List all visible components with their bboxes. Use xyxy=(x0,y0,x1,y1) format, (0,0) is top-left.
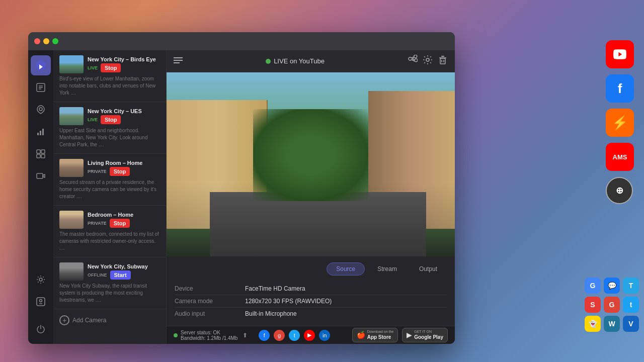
svg-point-19 xyxy=(40,300,42,302)
svg-rect-8 xyxy=(40,131,41,135)
close-button[interactable] xyxy=(34,38,40,44)
sidebar-analytics-icon[interactable] xyxy=(31,122,51,142)
settings-button[interactable] xyxy=(423,55,433,67)
svg-rect-12 xyxy=(37,154,40,158)
camera-item-2[interactable]: Living Room – Home Private Stop Secured … xyxy=(53,154,166,206)
panel-tabs: Source Stream Output xyxy=(175,262,447,276)
camera-list-panel: New York City – Birds Eye LIVE Stop Bird… xyxy=(53,50,167,344)
sidebar-home-icon[interactable] xyxy=(31,55,51,75)
camera-status-0: LIVE xyxy=(88,65,98,70)
youtube-desktop-icon[interactable] xyxy=(606,40,634,68)
title-bar xyxy=(28,32,455,50)
share-button[interactable] xyxy=(408,55,418,67)
camera-action-btn-1[interactable]: Stop xyxy=(101,115,121,124)
minimize-button[interactable] xyxy=(43,38,49,44)
messenger-icon[interactable]: 💬 xyxy=(604,278,620,294)
camera-thumb-3 xyxy=(59,211,84,229)
live-status-dot xyxy=(266,59,271,64)
google-chrome-icon[interactable]: G xyxy=(585,278,601,294)
sidebar-add-icon[interactable] xyxy=(31,292,51,312)
google-icon[interactable]: G xyxy=(604,297,620,313)
app-store-btn[interactable]: 🍎 Download on the App Store xyxy=(352,328,398,342)
sidebar-video-icon[interactable] xyxy=(31,166,51,186)
camera-mode-label: Camera mode xyxy=(175,298,245,305)
camera-action-btn-3[interactable]: Stop xyxy=(110,219,130,228)
google-play-btn[interactable]: ▶ GET IT ON Google Play xyxy=(402,328,448,342)
camera-name-0: New York City – Birds Eye xyxy=(88,56,160,62)
camera-status-3: Private xyxy=(88,221,107,226)
social-twitter-btn[interactable]: t xyxy=(289,330,300,341)
upload-icon: ⬆ xyxy=(243,332,248,339)
tab-stream[interactable]: Stream xyxy=(368,262,407,276)
telegram-icon[interactable]: T xyxy=(623,278,639,294)
camera-name-4: New York City, Subway xyxy=(88,263,160,269)
tab-output[interactable]: Output xyxy=(410,262,447,276)
sidebar-library-icon[interactable] xyxy=(31,77,51,98)
social-facebook-btn[interactable]: f xyxy=(259,330,270,341)
camera-name-1: New York City – UES xyxy=(88,108,160,114)
sidebar-settings-icon[interactable] xyxy=(31,269,51,290)
twitter-icon[interactable]: t xyxy=(623,297,639,313)
s5-desktop-icon[interactable]: ⊕ xyxy=(606,177,633,204)
camera-desc-3: The master bedroom, connected to my list… xyxy=(59,231,160,252)
svg-rect-11 xyxy=(41,150,45,153)
sidebar-location-icon[interactable] xyxy=(31,100,51,120)
app-footer: Server status: OK Bandwidth: 1.2Mb /1.4M… xyxy=(167,326,455,344)
maximize-button[interactable] xyxy=(52,38,58,44)
camera-desc-0: Bird's-eye view of Lower Manhattan, zoom… xyxy=(59,75,160,97)
app-body: New York City – Birds Eye LIVE Stop Bird… xyxy=(28,50,455,344)
live-indicator: LIVE on YouTube xyxy=(266,57,325,65)
facebook-desktop-icon[interactable]: f xyxy=(606,74,634,103)
camera-desc-4: New York City Subway, the rapid transit … xyxy=(59,283,160,304)
svg-rect-9 xyxy=(42,129,44,135)
ams-desktop-icon[interactable]: AMS xyxy=(606,143,634,171)
app-store-name: App Store xyxy=(367,334,394,340)
thunder-desktop-icon[interactable]: ⚡ xyxy=(606,109,634,137)
device-value: FaceTime HD Camera xyxy=(245,285,305,292)
tab-source[interactable]: Source xyxy=(327,262,365,276)
camera-action-btn-2[interactable]: Stop xyxy=(110,167,130,176)
svg-rect-13 xyxy=(41,154,45,158)
social-youtube-btn[interactable]: ▶ xyxy=(304,330,315,341)
camera-name-3: Bedroom – Home xyxy=(88,212,160,218)
social-linkedin-btn[interactable]: in xyxy=(319,330,330,341)
camera-thumb-0 xyxy=(59,55,84,73)
camera-item-4[interactable]: New York City, Subway Offline Start New … xyxy=(53,257,166,309)
video-preview-area xyxy=(167,72,455,256)
bottom-panel: Source Stream Output Device FaceTime HD … xyxy=(167,256,455,326)
camera-action-btn-4[interactable]: Start xyxy=(110,270,131,280)
bandwidth-text: Bandwidth: 1.2Mb /1.4Mb xyxy=(181,335,237,341)
top-bar: LIVE on YouTube xyxy=(167,50,455,72)
server-status-text: Server status: OK xyxy=(181,330,237,335)
camera-action-btn-0[interactable]: Stop xyxy=(101,63,121,72)
svg-rect-14 xyxy=(37,173,43,178)
app-store-label: Download on the xyxy=(367,330,394,334)
camera-status-4: Offline xyxy=(88,273,107,278)
camera-item-0[interactable]: New York City – Birds Eye LIVE Stop Bird… xyxy=(53,50,166,102)
server-status: Server status: OK Bandwidth: 1.2Mb /1.4M… xyxy=(174,330,248,341)
sidebar-power-icon[interactable] xyxy=(31,319,51,339)
camera-item-1[interactable]: New York City – UES LIVE Stop Upper East… xyxy=(53,102,166,154)
wordpress-icon[interactable]: W xyxy=(604,316,620,332)
desktop-icons-panel: f ⚡ AMS ⊕ xyxy=(606,40,634,204)
sidebar-grid-icon[interactable] xyxy=(31,144,51,164)
stumbleupon-icon[interactable]: S xyxy=(585,297,601,313)
street-overlay xyxy=(167,183,455,256)
social-google-btn[interactable]: g xyxy=(274,330,285,341)
camera-desc-2: Secured stream of a private residence, t… xyxy=(59,179,160,200)
delete-button[interactable] xyxy=(438,55,448,67)
camera-item-3[interactable]: Bedroom – Home Private Stop The master b… xyxy=(53,206,166,257)
camera-name-2: Living Room – Home xyxy=(88,160,160,166)
main-content-area: LIVE on YouTube xyxy=(167,50,455,344)
camera-desc-1: Upper East Side and neighborhood. Manhat… xyxy=(59,127,160,148)
camera-thumb-1 xyxy=(59,107,84,125)
vimeo-icon[interactable]: V xyxy=(623,316,639,332)
add-camera-btn[interactable]: + Add Camera xyxy=(53,309,166,331)
menu-button[interactable] xyxy=(174,56,183,66)
camera-mode-info-row: Camera mode 644x362 30 FPS (RAWVIDEO) xyxy=(175,295,447,308)
apple-icon: 🍎 xyxy=(357,331,365,339)
snap-icon[interactable]: 👻 xyxy=(585,316,601,332)
desktop-icons-bottom-panel: G 💬 T S G t 👻 W V xyxy=(585,278,639,332)
video-preview xyxy=(167,72,455,256)
camera-thumb-4 xyxy=(59,262,84,281)
